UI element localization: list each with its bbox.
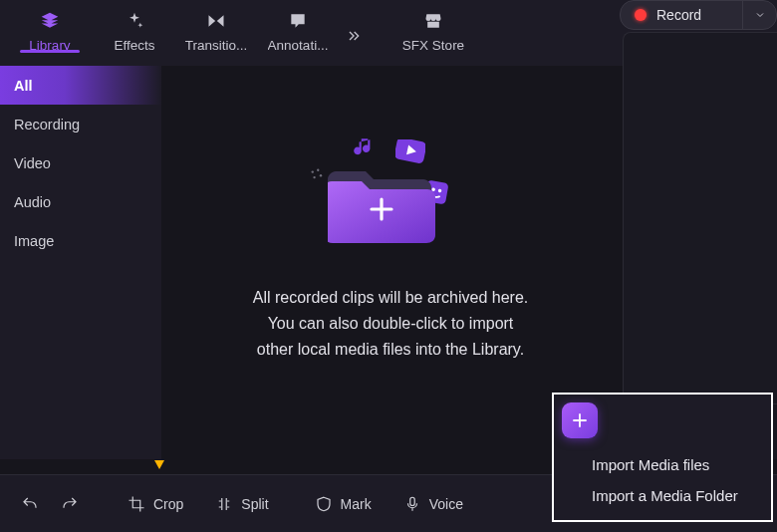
crop-button[interactable]: Crop bbox=[112, 475, 199, 533]
storefront-icon bbox=[422, 10, 444, 32]
stack-icon bbox=[39, 10, 61, 32]
annotation-icon bbox=[287, 10, 309, 32]
import-opt-label: Import Media files bbox=[592, 456, 709, 473]
sidebar-item-label: Recording bbox=[14, 117, 80, 133]
tab-label: SFX Store bbox=[402, 38, 464, 53]
chevron-down-icon bbox=[754, 9, 766, 21]
tab-transitions[interactable]: Transitio... bbox=[175, 0, 257, 53]
toolbar-label: Voice bbox=[429, 496, 463, 512]
empty-line: You can also double-click to import bbox=[253, 311, 529, 337]
record-label: Record bbox=[656, 7, 701, 23]
tab-library[interactable]: Library bbox=[6, 0, 94, 53]
toolbar-label: Mark bbox=[341, 496, 372, 512]
library-sidebar: All Recording Video Audio Image bbox=[0, 66, 161, 459]
split-button[interactable]: Split bbox=[199, 475, 284, 533]
tab-label: Library bbox=[29, 38, 70, 53]
plus-icon bbox=[571, 411, 589, 429]
sidebar-item-label: Audio bbox=[14, 194, 51, 210]
undo-icon bbox=[21, 495, 39, 513]
music-note-icon bbox=[352, 135, 378, 161]
sidebar-item-label: Image bbox=[14, 233, 54, 249]
sidebar-item-video[interactable]: Video bbox=[0, 143, 161, 182]
transition-icon bbox=[205, 10, 227, 32]
import-plus-button[interactable] bbox=[562, 402, 598, 438]
crop-icon bbox=[128, 495, 145, 513]
tab-annotations[interactable]: Annotati... bbox=[257, 0, 339, 53]
library-content[interactable]: All recorded clips will be archived here… bbox=[161, 66, 620, 459]
empty-state-text: All recorded clips will be archived here… bbox=[253, 285, 529, 363]
sidebar-item-all[interactable]: All bbox=[0, 66, 161, 105]
sidebar-item-recording[interactable]: Recording bbox=[0, 105, 161, 143]
redo-icon bbox=[61, 495, 79, 513]
import-media-folder[interactable]: Import a Media Folder bbox=[592, 487, 755, 504]
sidebar-item-label: Video bbox=[14, 155, 51, 171]
playhead-marker bbox=[154, 460, 164, 469]
svg-rect-9 bbox=[409, 497, 414, 505]
voice-button[interactable]: Voice bbox=[388, 475, 479, 533]
redo-button[interactable] bbox=[50, 475, 90, 533]
microphone-icon bbox=[403, 495, 421, 513]
record-dropdown[interactable] bbox=[742, 1, 776, 29]
sparkle-icon bbox=[124, 10, 145, 32]
shield-icon bbox=[315, 495, 333, 513]
toolbar-label: Split bbox=[241, 496, 268, 512]
svg-point-2 bbox=[312, 170, 314, 172]
svg-point-3 bbox=[317, 169, 319, 171]
split-icon bbox=[215, 495, 233, 513]
import-popover: Import Media files Import a Media Folder bbox=[552, 393, 773, 522]
toolbar-label: Crop bbox=[153, 496, 183, 512]
tab-sfx-store[interactable]: SFX Store bbox=[369, 0, 498, 53]
record-button[interactable]: Record bbox=[620, 0, 777, 30]
sidebar-item-audio[interactable]: Audio bbox=[0, 182, 161, 221]
empty-line: other local media files into the Library… bbox=[253, 337, 529, 363]
svg-point-4 bbox=[313, 176, 315, 178]
import-options: Import Media files Import a Media Folder bbox=[554, 456, 771, 510]
chevron-double-right-icon bbox=[346, 28, 362, 44]
tab-label: Transitio... bbox=[185, 38, 248, 53]
tabs-overflow-button[interactable] bbox=[339, 0, 369, 44]
folder-plus-icon bbox=[328, 159, 437, 243]
svg-point-5 bbox=[320, 174, 322, 176]
top-tabs: Library Effects Transitio... Annotati... bbox=[0, 0, 498, 66]
import-media-files[interactable]: Import Media files bbox=[592, 456, 755, 473]
mark-button[interactable]: Mark bbox=[299, 475, 388, 533]
undo-button[interactable] bbox=[10, 475, 50, 533]
import-opt-label: Import a Media Folder bbox=[592, 487, 738, 504]
tab-label: Annotati... bbox=[268, 38, 329, 53]
sidebar-item-label: All bbox=[14, 78, 33, 94]
sidebar-item-image[interactable]: Image bbox=[0, 221, 161, 260]
tab-effects[interactable]: Effects bbox=[94, 0, 175, 53]
empty-state-art bbox=[316, 145, 465, 255]
record-dot-icon bbox=[635, 9, 647, 21]
empty-line: All recorded clips will be archived here… bbox=[253, 285, 529, 311]
tab-label: Effects bbox=[114, 38, 154, 53]
